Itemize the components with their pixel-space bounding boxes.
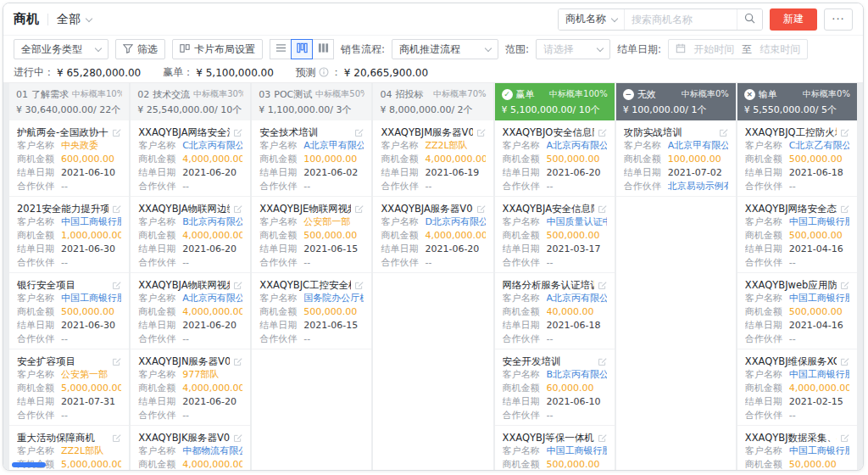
column-header[interactable]: 04 招投标 中标概率70% ¥ 8,000,000.00/ 2个 xyxy=(373,83,492,120)
customer-name-link[interactable]: A北京丙有限公司 xyxy=(182,292,242,305)
opportunity-card[interactable]: XXAQYBJE物联网视频上云... 客户名称 公安部一部 商机金额 500,0… xyxy=(252,197,371,273)
edit-icon[interactable] xyxy=(598,281,607,290)
opportunity-card[interactable]: XXAQYBJK服务器V00XCD... 客户名称 中都物流有限公司 商机金额 … xyxy=(131,426,250,471)
edit-icon[interactable] xyxy=(233,281,242,290)
column-header[interactable]: − 无效 中标概率0% ¥ 100,000.00/ 1个 xyxy=(616,83,736,120)
customer-name-link[interactable]: 国务院办公厅机关服... xyxy=(303,292,364,305)
opportunity-card[interactable]: XXAQYBJA物联网视频上云... 客户名称 A北京丙有限公司 商机金额 4,… xyxy=(131,273,250,349)
edit-icon[interactable] xyxy=(598,128,607,137)
customer-name-link[interactable]: ZZ2L部队 xyxy=(61,444,103,458)
compact-view-button[interactable] xyxy=(312,39,334,59)
edit-icon[interactable] xyxy=(112,357,121,366)
customer-name-link[interactable]: 中国工商银行股份有... xyxy=(789,444,849,458)
opportunity-card[interactable]: 2021安全能力提升项目 客户名称 中国工商银行股份有... 商机金额 1,00… xyxy=(9,197,129,273)
opportunity-card[interactable]: 银行安全项目 客户名称 中国工商银行股份有... 商机金额 500,000.00… xyxy=(9,273,129,349)
customer-name-link[interactable]: 中国工商银行股份有... xyxy=(789,292,849,305)
customer-name-link[interactable]: 中国工商银行股份有... xyxy=(789,368,849,382)
card-layout-settings-button[interactable]: 卡片布局设置 xyxy=(172,39,263,59)
horizontal-scrollbar-thumb[interactable] xyxy=(12,462,46,467)
customer-name-link[interactable]: 中央政委 xyxy=(61,139,98,153)
customer-name-link[interactable]: 977部队 xyxy=(182,368,219,382)
edit-icon[interactable] xyxy=(840,128,849,137)
opportunity-card[interactable]: 攻防实战培训 客户名称 A北京甲有限公司 商机金额 100,000.00 结单日… xyxy=(616,120,736,197)
opportunity-card[interactable]: XXAQYBJweb应用防护墙XC... 客户名称 中国工商银行股份有... 商… xyxy=(737,273,857,349)
edit-icon[interactable] xyxy=(112,281,121,290)
search-input[interactable] xyxy=(625,9,737,30)
customer-name-link[interactable]: 中国质量认证中心 xyxy=(547,215,607,229)
column-header[interactable]: × 输单 中标概率0% ¥ 5,550,000.00/ 5个 xyxy=(737,83,857,120)
opportunity-card[interactable]: XXAQYBJQ工控防火墙系统... 客户名称 C北京乙有限公司 商机金额 50… xyxy=(737,120,857,197)
sales-process-select[interactable]: 商机推进流程 xyxy=(392,39,498,59)
close-date-range-picker[interactable]: 开始时间 至 结束时间 xyxy=(668,39,808,59)
opportunity-card[interactable]: 安全扩容项目 客户名称 公安第一部 商机金额 5,000,000.00 结单日期… xyxy=(9,349,129,426)
partner-value[interactable]: 北京易动示例有限公... xyxy=(668,180,728,193)
column-header[interactable]: 01 了解需求 中标概率10% ¥ 30,640,000.00/ 22个 xyxy=(9,83,129,120)
customer-name-link[interactable]: B北京丙有限公司 xyxy=(182,215,242,229)
edit-icon[interactable] xyxy=(233,357,242,366)
new-opportunity-button[interactable]: 新建 xyxy=(770,8,817,31)
edit-icon[interactable] xyxy=(354,204,364,214)
customer-name-link[interactable]: C北京乙有限公司 xyxy=(789,139,849,153)
edit-icon[interactable] xyxy=(354,128,364,137)
column-header[interactable]: 03 POC测试 中标概率50% ¥ 1,100,000.00/ 3个 xyxy=(252,83,371,120)
edit-icon[interactable] xyxy=(840,433,849,443)
edit-icon[interactable] xyxy=(840,204,849,214)
customer-name-link[interactable]: 中都物流有限公司 xyxy=(182,444,242,458)
opportunity-card[interactable]: 护航两会-全国政协十三届... 客户名称 中央政委 商机金额 600,000.0… xyxy=(9,120,129,197)
customer-name-link[interactable]: C北京丙有限公司 xyxy=(182,139,242,153)
column-header[interactable]: ✓ 赢单 中标概率100% ¥ 5,100,000.00/ 10个 xyxy=(495,83,615,120)
edit-icon[interactable] xyxy=(354,281,364,290)
edit-icon[interactable] xyxy=(719,128,728,137)
opportunity-card[interactable]: XXAQYBJ等保一体机XCC项目 客户名称 中国工商银行股份有... 商机金额… xyxy=(495,426,615,471)
customer-name-link[interactable]: A北京甲有限公司 xyxy=(668,139,728,153)
edit-icon[interactable] xyxy=(233,204,242,214)
opportunity-card[interactable]: XXAQYBJO安全信息隔离与... 客户名称 A北京丙有限公司 商机金额 50… xyxy=(495,120,615,197)
customer-name-link[interactable]: 中国工商银行股份有... xyxy=(61,292,121,305)
kanban-view-button[interactable] xyxy=(291,39,313,59)
opportunity-card[interactable]: XXAQYBJA安全信息隔离与... 客户名称 中国质量认证中心 商机金额 50… xyxy=(495,197,615,273)
customer-name-link[interactable]: 中国工商银行股份有... xyxy=(789,215,849,229)
scope-selector[interactable]: 全部 xyxy=(57,12,92,27)
customer-name-link[interactable]: 中国工商银行股份有... xyxy=(61,215,121,229)
edit-icon[interactable] xyxy=(112,433,121,443)
column-header[interactable]: 02 技术交流 中标概率30% ¥ 25,540,000.00/ 10个 xyxy=(131,83,250,120)
edit-icon[interactable] xyxy=(598,433,607,443)
customer-name-link[interactable]: ZZ2L部队 xyxy=(425,139,467,153)
edit-icon[interactable] xyxy=(598,204,607,214)
list-view-button[interactable] xyxy=(270,39,292,59)
opportunity-card[interactable]: XXAQYBJ网络安全态势感知... 客户名称 中国工商银行股份有... 商机金… xyxy=(737,197,857,273)
customer-name-link[interactable]: D北京丙有限公司 xyxy=(425,215,485,229)
opportunity-card[interactable]: XXAQYBJA服务器V00XCC... 客户名称 D北京丙有限公司 商机金额 … xyxy=(373,197,492,273)
info-circle-icon[interactable] xyxy=(319,67,329,79)
customer-name-link[interactable]: A北京丙有限公司 xyxy=(547,292,607,305)
edit-icon[interactable] xyxy=(233,128,242,137)
edit-icon[interactable] xyxy=(476,204,486,214)
edit-icon[interactable] xyxy=(233,433,242,443)
edit-icon[interactable] xyxy=(840,357,849,366)
opportunity-card[interactable]: 安全技术培训 客户名称 A北京甲有限公司 商机金额 100,000.00 结单日… xyxy=(252,120,371,197)
customer-name-link[interactable]: 公安部一部 xyxy=(303,215,350,229)
more-actions-button[interactable]: ··· xyxy=(824,8,853,31)
opportunity-card[interactable]: XXAQYBJ维保服务XCC项目 客户名称 中国工商银行股份有... 商机金额 … xyxy=(737,349,857,426)
customer-name-link[interactable]: A北京丙有限公司 xyxy=(547,139,607,153)
customer-name-link[interactable]: A北京甲有限公司 xyxy=(303,139,364,153)
opportunity-card[interactable]: XXAQYBJA网络安全流量安全... 客户名称 C北京丙有限公司 商机金额 4… xyxy=(131,120,250,197)
search-field-selector[interactable]: 商机名称 xyxy=(559,9,625,30)
edit-icon[interactable] xyxy=(476,128,486,137)
filter-button[interactable]: 筛选 xyxy=(115,39,165,59)
edit-icon[interactable] xyxy=(598,357,607,366)
search-button[interactable] xyxy=(737,9,762,30)
business-type-select[interactable]: 全部业务类型 xyxy=(14,39,108,59)
opportunity-card[interactable]: XXAQYBJN服务器V00XCD... 客户名称 977部队 商机金额 4,0… xyxy=(131,349,250,426)
customer-name-link[interactable]: 中国工商银行股份有... xyxy=(547,444,607,458)
customer-name-link[interactable]: 公安第一部 xyxy=(61,368,108,382)
opportunity-card[interactable]: 网络分析服务认证培训 客户名称 A北京丙有限公司 商机金额 40,000.00 … xyxy=(495,273,615,349)
range-select[interactable]: 请选择 xyxy=(536,39,610,59)
opportunity-card[interactable]: 安全开发培训 客户名称 B北京丙有限公司 商机金额 60,000.00 结单日期… xyxy=(495,349,615,426)
opportunity-card[interactable]: XXAQYBJ数据采集、存储... 客户名称 中国工商银行股份有... 商机金额… xyxy=(737,426,857,471)
edit-icon[interactable] xyxy=(840,281,849,290)
opportunity-card[interactable]: XXAQYBJM服务器V00XCC... 客户名称 ZZ2L部队 商机金额 4,… xyxy=(373,120,492,197)
opportunity-card[interactable]: XXAQYBJA物联网边缘AI智... 客户名称 B北京丙有限公司 商机金额 4… xyxy=(131,197,250,273)
edit-icon[interactable] xyxy=(112,204,121,214)
customer-name-link[interactable]: B北京丙有限公司 xyxy=(547,368,607,382)
